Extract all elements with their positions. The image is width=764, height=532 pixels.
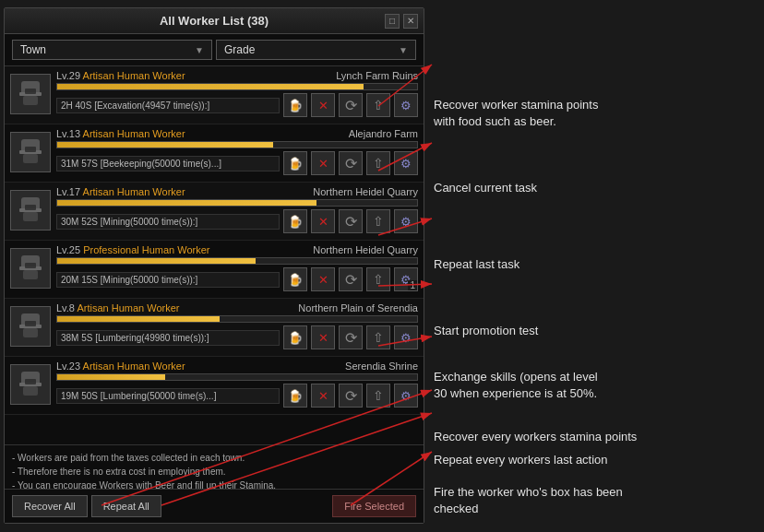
- svg-rect-22: [23, 386, 38, 396]
- repeat-task-button[interactable]: ⟳: [339, 209, 363, 233]
- stamina-fill: [57, 258, 256, 264]
- move-up-button[interactable]: ⇧: [366, 325, 390, 349]
- filters-row: Town ▼ Grade ▼: [5, 34, 424, 66]
- worker-item: Lv.8 Artisan Human Worker Northern Plain…: [5, 299, 424, 357]
- worker-info: Lv.29 Artisan Human Worker Lynch Farm Ru…: [56, 70, 418, 117]
- worker-location: Serendia Shrine: [345, 361, 418, 372]
- move-up-button[interactable]: ⇧: [366, 384, 390, 408]
- worker-task-row: 19M 50S [Lumbering(50000 time(s)...] 🍺 ✕…: [56, 384, 418, 408]
- cancel-task-button[interactable]: ✕: [311, 267, 335, 291]
- ann-recover-all: Recover every workers stamina points: [434, 429, 637, 445]
- grade-filter[interactable]: Grade ▼: [216, 40, 416, 60]
- move-up-button[interactable]: ⇧: [366, 151, 390, 175]
- worker-stamina-bar: [56, 83, 418, 90]
- cancel-task-button[interactable]: ✕: [311, 151, 335, 175]
- repeat-task-button[interactable]: ⟳: [339, 151, 363, 175]
- repeat-task-button[interactable]: ⟳: [339, 384, 363, 408]
- worker-location: Northern Plain of Serendia: [298, 302, 418, 313]
- worker-location: Northern Heidel Quarry: [313, 186, 418, 197]
- ann-fire: Fire the worker who's box has been check…: [434, 484, 623, 517]
- svg-rect-6: [23, 154, 38, 163]
- move-up-button[interactable]: ⇧: [366, 267, 390, 291]
- ann-repeat-all: Repeat every workers last action: [434, 452, 608, 468]
- worker-avatar: [10, 190, 51, 231]
- beer-button[interactable]: 🍺: [283, 93, 307, 117]
- worker-level: Lv.8: [56, 302, 77, 313]
- worker-avatar: [10, 248, 51, 289]
- worker-name: Lv.8 Artisan Human Worker: [56, 302, 180, 313]
- town-dropdown-icon: ▼: [195, 45, 204, 55]
- stamina-fill: [57, 142, 273, 148]
- svg-rect-7: [25, 147, 36, 152]
- worker-avatar: [10, 74, 51, 114]
- dialog-titlebar: All Worker List (38) □ ✕: [5, 8, 424, 34]
- worker-task-row: 31M 57S [Beekeeping(50000 time(s)...] 🍺 …: [56, 151, 418, 175]
- beer-button[interactable]: 🍺: [283, 325, 307, 349]
- close-button[interactable]: ✕: [403, 14, 418, 29]
- town-filter-label: Town: [20, 43, 46, 56]
- ann-promo: Start promotion test: [434, 323, 538, 339]
- move-up-button[interactable]: ⇧: [366, 93, 390, 117]
- worker-type: Artisan Human Worker: [77, 302, 179, 313]
- worker-name: Lv.25 Professional Human Worker: [56, 244, 210, 255]
- worker-level: Lv.23: [56, 361, 83, 372]
- svg-rect-15: [25, 263, 36, 268]
- recover-all-button[interactable]: Recover All: [12, 495, 88, 517]
- minimize-button[interactable]: □: [385, 14, 400, 29]
- cancel-task-button[interactable]: ✕: [311, 93, 335, 117]
- worker-task-text: 38M 5S [Lumbering(49980 time(s)):]: [56, 330, 280, 346]
- promo-button[interactable]: ⚙: [394, 151, 418, 175]
- beer-button[interactable]: 🍺: [283, 209, 307, 233]
- dialog-controls: □ ✕: [385, 14, 418, 29]
- svg-rect-18: [23, 328, 38, 337]
- worker-info: Lv.17 Artisan Human Worker Northern Heid…: [56, 186, 418, 233]
- worker-item: Lv.29 Artisan Human Worker Lynch Farm Ru…: [5, 66, 424, 124]
- ann-fire-text: Fire the worker who's box has been check…: [434, 484, 623, 517]
- beer-button[interactable]: 🍺: [283, 384, 307, 408]
- worker-level: Lv.17: [56, 186, 83, 197]
- promo-button[interactable]: ⚙: [394, 93, 418, 117]
- repeat-all-button[interactable]: Repeat All: [91, 495, 161, 517]
- beer-button[interactable]: 🍺: [283, 151, 307, 175]
- ann-exchange: Exchange skills (opens at level 30 when …: [434, 369, 598, 402]
- worker-task-text: 2H 40S [Excavation(49457 time(s)):]: [56, 98, 280, 113]
- promo-button[interactable]: ⚙: [394, 209, 418, 233]
- move-up-button[interactable]: ⇧: [366, 209, 390, 233]
- worker-item: Lv.23 Artisan Human Worker Serendia Shri…: [5, 357, 424, 415]
- worker-task-text: 31M 57S [Beekeeping(50000 time(s)...]: [56, 156, 280, 171]
- worker-type: Artisan Human Worker: [83, 128, 185, 139]
- repeat-task-button[interactable]: ⟳: [339, 267, 363, 291]
- promo-button[interactable]: ⚙ 1: [394, 267, 418, 291]
- cancel-task-button[interactable]: ✕: [311, 209, 335, 233]
- worker-type: Artisan Human Worker: [83, 70, 185, 81]
- cancel-task-button[interactable]: ✕: [311, 325, 335, 349]
- ann-exchange-text: Exchange skills (opens at level 30 when …: [434, 369, 598, 402]
- repeat-task-button[interactable]: ⟳: [339, 325, 363, 349]
- worker-list: Lv.29 Artisan Human Worker Lynch Farm Ru…: [5, 66, 424, 444]
- worker-task-text: 20M 15S [Mining(50000 time(s)):]: [56, 272, 280, 288]
- ann-repeat-text: Repeat last task: [434, 256, 519, 273]
- beer-button[interactable]: 🍺: [283, 267, 307, 291]
- town-filter[interactable]: Town ▼: [12, 40, 212, 60]
- worker-type: Artisan Human Worker: [83, 186, 185, 197]
- stamina-fill: [57, 200, 316, 206]
- cancel-task-button[interactable]: ✕: [311, 384, 335, 408]
- worker-task-row: 30M 52S [Mining(50000 time(s)):] 🍺 ✕ ⟳ ⇧…: [56, 209, 418, 233]
- promo-button[interactable]: ⚙: [394, 325, 418, 349]
- stamina-fill: [57, 374, 165, 380]
- repeat-task-button[interactable]: ⟳: [339, 93, 363, 117]
- ann-recover-all-text: Recover every workers stamina points: [434, 429, 637, 445]
- worker-location: Lynch Farm Ruins: [336, 70, 418, 81]
- worker-stamina-bar: [56, 199, 418, 207]
- ann-beer: Recover worker stamina points with food …: [434, 97, 598, 130]
- worker-task-text: 19M 50S [Lumbering(50000 time(s)...]: [56, 388, 280, 404]
- worker-name: Lv.17 Artisan Human Worker: [56, 186, 185, 197]
- worker-task-row: 20M 15S [Mining(50000 time(s)):] 🍺 ✕ ⟳ ⇧…: [56, 267, 418, 291]
- promo-badge: 1: [408, 280, 417, 290]
- dialog-title: All Worker List (38): [160, 14, 269, 28]
- promo-button[interactable]: ⚙: [394, 384, 418, 408]
- grade-dropdown-icon: ▼: [399, 45, 408, 55]
- ann-repeat: Repeat last task: [434, 256, 519, 273]
- fire-selected-button[interactable]: Fire Selected: [332, 495, 416, 517]
- worker-task-row: 38M 5S [Lumbering(49980 time(s)):] 🍺 ✕ ⟳…: [56, 325, 418, 349]
